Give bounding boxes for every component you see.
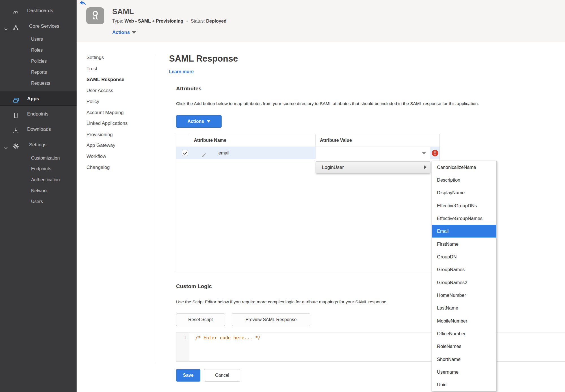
sidebar-item-downloads[interactable]: Downloads: [0, 123, 77, 136]
table-row: email: [176, 147, 440, 159]
submenu-item-firstname[interactable]: FirstName: [432, 238, 496, 251]
sidebar: Dashboards Core Services Users Roles Pol…: [0, 0, 77, 392]
tab-account-mapping[interactable]: Account Mapping: [86, 107, 151, 118]
status-badge: Deployed: [206, 19, 226, 23]
separator: •: [185, 19, 190, 23]
submenu-item-canonicalizename[interactable]: CanonicalizeName: [432, 161, 496, 174]
sidebar-item-endpoints-settings[interactable]: Endpoints: [0, 164, 77, 174]
value-dropdown-menu-loginuser[interactable]: LoginUser: [316, 161, 430, 173]
sidebar-item-settings[interactable]: Settings: [0, 138, 77, 152]
submenu-item-groupdn[interactable]: GroupDN: [432, 251, 496, 263]
select-caret-icon[interactable]: [422, 152, 426, 154]
sidebar-item-requests[interactable]: Requests: [0, 78, 77, 89]
submenu-arrow-icon: [424, 165, 427, 169]
sidebar-item-label: Authentication: [31, 175, 60, 185]
submenu-item-effectivegroupdns[interactable]: EffectiveGroupDNs: [432, 199, 496, 212]
attribute-name-cell: email: [189, 147, 316, 159]
script-editor[interactable]: 1 /* Enter code here... */: [176, 332, 565, 361]
submenu-item-uuid[interactable]: Uuid: [432, 378, 496, 391]
tab-policy[interactable]: Policy: [86, 96, 151, 107]
sidebar-item-label: Endpoints: [27, 107, 49, 121]
row-checkbox-cell: [176, 147, 189, 159]
tab-saml-response[interactable]: SAML Response: [86, 74, 151, 85]
row-checkbox[interactable]: [182, 150, 188, 156]
header-checkbox-column: [176, 134, 189, 147]
submenu-item-lastname[interactable]: LastName: [432, 302, 496, 314]
sidebar-item-customization[interactable]: Customization: [0, 153, 77, 164]
tab-changelog[interactable]: Changelog: [86, 162, 151, 173]
sidebar-item-label: Reports: [31, 67, 47, 78]
sidebar-item-users-settings[interactable]: Users: [0, 196, 77, 207]
custom-logic-description: Use the Script Editor below if you requi…: [176, 299, 388, 304]
sidebar-item-core-services[interactable]: Core Services: [0, 19, 77, 33]
loginuser-submenu: CanonicalizeName Description DisplayName…: [432, 161, 497, 391]
sidebar-item-dashboards[interactable]: Dashboards: [0, 4, 77, 18]
sidebar-item-endpoints[interactable]: Endpoints: [0, 107, 77, 121]
submenu-item-username[interactable]: Username: [432, 366, 496, 378]
submenu-item-effectivegroupnames[interactable]: EffectiveGroupNames: [432, 212, 496, 225]
submenu-item-officenumber[interactable]: OfficeNumber: [432, 327, 496, 340]
cancel-button[interactable]: Cancel: [204, 369, 240, 382]
submenu-item-shortname[interactable]: ShortName: [432, 353, 496, 366]
attributes-description: Click the Add button below to map attrib…: [176, 101, 479, 106]
submenu-item-email[interactable]: Email: [432, 225, 496, 238]
downloads-icon: [12, 126, 19, 133]
core-services-icon: [12, 23, 19, 30]
sidebar-item-label: Apps: [27, 92, 39, 106]
sidebar-item-label: Settings: [29, 138, 46, 152]
sidebar-item-apps[interactable]: Apps: [0, 92, 77, 106]
tab-workflow[interactable]: Workflow: [86, 151, 151, 162]
header-actions-label: Actions: [112, 30, 130, 35]
attributes-heading: Attributes: [176, 86, 202, 92]
column-header-attribute-name: Attribute Name: [189, 134, 316, 147]
sidebar-item-label: Policies: [31, 56, 47, 67]
sidebar-item-label: Network: [31, 186, 48, 196]
submenu-item-mobilenumber[interactable]: MobileNumber: [432, 315, 496, 327]
header-actions-menu[interactable]: Actions: [112, 30, 136, 35]
settings-icon: [12, 141, 19, 148]
submenu-item-homenumber[interactable]: HomeNumber: [432, 289, 496, 302]
learn-more-link[interactable]: Learn more: [169, 69, 194, 74]
app-root: Dashboards Core Services Users Roles Pol…: [0, 0, 565, 392]
chevron-down-icon[interactable]: [3, 142, 8, 147]
attributes-actions-label: Actions: [187, 119, 204, 124]
submenu-item-displayname[interactable]: DisplayName: [432, 186, 496, 199]
apps-icon: [12, 95, 19, 102]
sidebar-item-label: Endpoints: [31, 164, 51, 174]
submenu-item-rolenames[interactable]: RoleNames: [432, 340, 496, 353]
attribute-name-value: email: [218, 147, 229, 159]
caret-down-icon: [207, 120, 210, 123]
sidebar-item-policies[interactable]: Policies: [0, 56, 77, 67]
sidebar-item-roles[interactable]: Roles: [0, 45, 77, 56]
tab-user-access[interactable]: User Access: [86, 85, 151, 96]
editor-code-content[interactable]: /* Enter code here... */: [195, 335, 261, 340]
attributes-actions-button[interactable]: Actions: [176, 115, 222, 128]
header-error-column: [430, 134, 440, 147]
edit-pencil-icon[interactable]: [201, 150, 207, 156]
chevron-down-icon[interactable]: [3, 24, 8, 29]
sidebar-item-network[interactable]: Network: [0, 186, 77, 196]
sidebar-item-label: Users: [31, 196, 43, 207]
submenu-item-groupnames2[interactable]: GroupNames2: [432, 276, 496, 289]
save-button[interactable]: Save: [176, 369, 200, 382]
submenu-item-groupnames[interactable]: GroupNames: [432, 263, 496, 276]
sidebar-item-reports[interactable]: Reports: [0, 67, 77, 78]
sidebar-item-authentication[interactable]: Authentication: [0, 175, 77, 185]
tab-settings[interactable]: Settings: [86, 52, 151, 63]
submenu-item-description[interactable]: Description: [432, 174, 496, 186]
reset-script-button[interactable]: Reset Script: [176, 313, 225, 326]
attribute-value-select[interactable]: [316, 147, 430, 159]
table-header-row: Attribute Name Attribute Value: [176, 134, 440, 147]
back-arrow-icon[interactable]: [79, 1, 86, 6]
caret-down-icon: [132, 31, 136, 34]
tab-app-gateway[interactable]: App Gateway: [86, 140, 151, 151]
endpoints-icon: [12, 111, 19, 117]
preview-saml-response-button[interactable]: Preview SAML Response: [232, 313, 310, 326]
sidebar-item-label: Roles: [31, 45, 43, 56]
dashboard-icon: [12, 7, 19, 14]
tab-trust[interactable]: Trust: [86, 64, 151, 74]
tab-provisioning[interactable]: Provisioning: [86, 129, 151, 140]
tab-linked-applications[interactable]: Linked Applications: [86, 118, 151, 129]
sidebar-item-label: Customization: [31, 153, 60, 164]
sidebar-item-users[interactable]: Users: [0, 34, 77, 45]
